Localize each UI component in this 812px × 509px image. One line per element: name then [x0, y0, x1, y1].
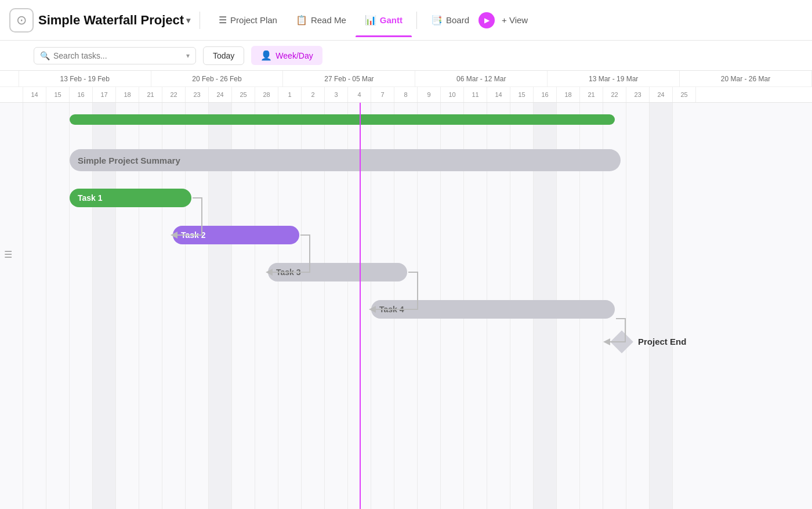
day-cell-24: 24: [209, 87, 232, 102]
day-cell-16: 16: [70, 87, 93, 102]
search-input[interactable]: [53, 51, 183, 60]
day-cell-21: 21: [139, 87, 162, 102]
grid-col: [650, 103, 673, 509]
day-cell-11: 11: [464, 87, 487, 102]
week-day-label: Week/Day: [276, 51, 313, 60]
gantt-container: 13 Feb - 19 Feb 20 Feb - 26 Feb 27 Feb -…: [0, 71, 812, 509]
grid-col: [23, 103, 46, 509]
tab-project-plan[interactable]: ☰ Project Plan: [209, 10, 287, 30]
day-cell-10: 10: [441, 87, 464, 102]
search-icon: 🔍: [40, 51, 50, 60]
project-name: Simple Waterfall Project: [38, 13, 184, 28]
tab-board-label: Board: [446, 15, 469, 25]
today-label: Today: [213, 51, 234, 60]
sidebar-toggle-button[interactable]: ☰: [0, 247, 16, 263]
play-button[interactable]: ▶: [478, 12, 495, 28]
logo-icon: ⊙: [16, 13, 27, 28]
search-box: 🔍 ▾: [34, 47, 196, 64]
summary-bar[interactable]: Simple Project Summary: [70, 149, 621, 171]
project-plan-icon: ☰: [219, 15, 227, 26]
task3-label: Task 3: [276, 268, 301, 277]
tab-read-me-label: Read Me: [311, 15, 346, 25]
day-cell-28: 28: [255, 87, 278, 102]
day-cell-23: 23: [186, 87, 209, 102]
grid-col: [0, 103, 23, 509]
day-cell-15: 15: [46, 87, 70, 102]
task2-label: Task 2: [181, 230, 206, 240]
day-cell-8: 8: [394, 87, 418, 102]
day-row-spacer: [0, 87, 23, 102]
day-cell-3: 3: [325, 87, 348, 102]
week-cell-2: 27 Feb - 05 Mar: [283, 71, 415, 86]
add-view-button[interactable]: + View: [495, 10, 535, 30]
week-row: 13 Feb - 19 Feb 20 Feb - 26 Feb 27 Feb -…: [0, 71, 812, 87]
today-button[interactable]: Today: [203, 46, 244, 65]
day-cell-22: 22: [162, 87, 186, 102]
day-cell-21: 21: [580, 87, 603, 102]
day-cell-2: 2: [302, 87, 325, 102]
timeline-header: 13 Feb - 19 Feb 20 Feb - 26 Feb 27 Feb -…: [0, 71, 812, 103]
nav-separator-2: [416, 12, 417, 29]
tab-gantt[interactable]: 📊 Gantt: [356, 10, 412, 30]
add-view-label: + View: [502, 15, 528, 25]
grid-col: [46, 103, 70, 509]
gantt-icon: 📊: [365, 15, 376, 26]
day-cell-23: 23: [626, 87, 650, 102]
task4-bar[interactable]: Task 4: [371, 300, 615, 319]
summary-label: Simple Project Summary: [78, 156, 180, 165]
today-line: Today: [360, 103, 361, 509]
progress-bar[interactable]: [70, 114, 615, 125]
tab-project-plan-label: Project Plan: [230, 15, 277, 25]
toolbar: ☰ 🔍 ▾ Today 👤 Week/Day: [0, 41, 812, 71]
grid-col: [626, 103, 650, 509]
tab-board[interactable]: 📑 Board: [422, 10, 478, 30]
board-icon: 📑: [431, 15, 443, 26]
day-cell-25: 25: [232, 87, 255, 102]
week-cell-0: 13 Feb - 19 Feb: [19, 71, 151, 86]
milestone-diamond[interactable]: [610, 330, 633, 353]
week-cell-4: 13 Mar - 19 Mar: [548, 71, 680, 86]
day-cell-14: 14: [23, 87, 46, 102]
day-cell-22: 22: [603, 87, 626, 102]
tab-read-me[interactable]: 📋 Read Me: [287, 10, 356, 30]
day-cell-1: 1: [278, 87, 302, 102]
day-cell-14: 14: [487, 87, 510, 102]
task4-label: Task 4: [379, 305, 404, 314]
day-cell-15: 15: [510, 87, 534, 102]
app-header: ⊙ Simple Waterfall Project ▾ ☰ Project P…: [0, 0, 812, 41]
week-day-icon: 👤: [260, 50, 272, 61]
app-logo: ⊙: [9, 8, 34, 33]
project-title: Simple Waterfall Project ▾: [38, 13, 190, 28]
tab-gantt-label: Gantt: [380, 15, 403, 25]
task1-label: Task 1: [78, 193, 103, 203]
gantt-body: Today Simple Project Summary Task 1 Task…: [0, 103, 812, 509]
day-cell-25: 25: [673, 87, 696, 102]
day-cell-4: 4: [348, 87, 371, 102]
week-cell-1: 20 Feb - 26 Feb: [151, 71, 284, 86]
task3-bar[interactable]: Task 3: [268, 263, 407, 281]
task1-bar[interactable]: Task 1: [70, 189, 191, 207]
day-row: 1415161718212223242528123478910111415161…: [0, 87, 812, 102]
read-me-icon: 📋: [296, 15, 307, 26]
day-cell-18: 18: [116, 87, 139, 102]
day-cell-7: 7: [371, 87, 394, 102]
project-chevron-icon[interactable]: ▾: [186, 16, 190, 25]
milestone-label: Project End: [638, 334, 686, 350]
search-chevron-icon[interactable]: ▾: [186, 52, 190, 60]
nav-tabs: ☰ Project Plan 📋 Read Me 📊 Gantt 📑 Board…: [209, 10, 535, 30]
day-cell-16: 16: [534, 87, 557, 102]
nav-separator: [200, 12, 200, 29]
week-cell-5: 20 Mar - 26 Mar: [680, 71, 812, 86]
task2-bar[interactable]: Task 2: [173, 226, 299, 244]
week-cell-3: 06 Mar - 12 Mar: [415, 71, 548, 86]
day-cell-9: 9: [418, 87, 441, 102]
week-row-spacer: [0, 71, 19, 86]
week-day-button[interactable]: 👤 Week/Day: [251, 46, 322, 65]
day-cell-24: 24: [650, 87, 673, 102]
day-cell-17: 17: [93, 87, 116, 102]
day-cell-18: 18: [557, 87, 580, 102]
